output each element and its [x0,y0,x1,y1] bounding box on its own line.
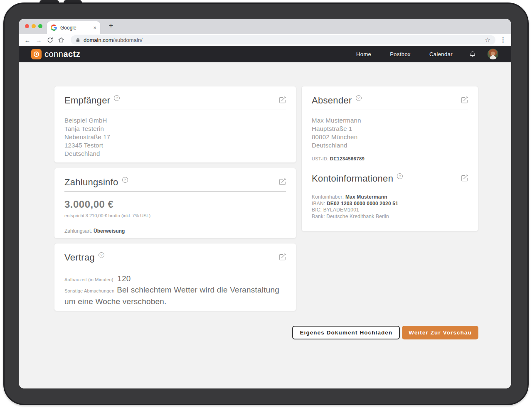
amount-value: 3.000,00 € [54,192,296,210]
close-window-button[interactable] [25,24,29,28]
google-favicon-icon [51,25,57,31]
help-icon[interactable]: ? [397,173,403,179]
bookmark-star-icon[interactable]: ☆ [485,36,490,44]
browser-menu-icon[interactable]: ⋮ [500,36,506,44]
address-line: Tanja Testerin [64,125,286,133]
next-preview-button[interactable]: Weiter Zur Vorschau [402,326,478,339]
payment-method-value: Überweisung [94,228,125,234]
connactz-logo-icon [31,49,42,59]
tab-close-icon[interactable]: × [93,25,96,30]
zahlungsinfo-card: Zahlungsinfo? 3.000,00 € entspricht 3.21… [54,168,296,238]
ust-id-label: UST-ID: [312,156,329,161]
kontoinformationen-title: Kontoinformationen [312,173,393,184]
tab-title: Google [60,25,76,31]
aufbauzeit-value: 120 [117,274,131,283]
edit-icon[interactable] [461,96,468,104]
help-icon[interactable]: ? [122,177,128,183]
nav-links: Home Postbox Calendar [356,51,453,57]
user-avatar[interactable] [488,49,498,59]
address-line: Deutschland [64,150,286,158]
page-content: Empfänger? Beispiel GmbH Tanja Teste [19,62,511,388]
brand-logo[interactable]: connactz [31,49,80,59]
address-line: 12345 Testort [64,141,286,150]
forward-button[interactable]: → [35,36,42,44]
notifications-bell-icon[interactable] [469,51,476,58]
payment-method: Zahlungsart: Überweisung [54,218,296,234]
nav-item-postbox[interactable]: Postbox [390,51,411,57]
new-tab-button[interactable]: + [106,21,116,31]
konto-row: IBAN: DE02 1203 0000 0000 2020 51 [312,201,468,207]
konto-row: Bank: Deutsche Kreditbank Berlin [312,214,468,220]
address-line: Nebenstraße 17 [64,133,286,141]
actions-row: Eigenes Dokument Hochladen Weiter Zur Vo… [54,326,478,339]
edit-icon[interactable] [278,178,286,186]
edit-icon[interactable] [461,174,468,182]
payment-method-label: Zahlungsart: [64,228,92,234]
vertrag-card: Vertrag? Aufbauzeit (in Minuten) [54,243,296,311]
home-button[interactable] [57,36,65,44]
help-icon[interactable]: ? [114,95,120,101]
browser-window: Google × + ← → domain.com/subdomain/ ☆ [19,19,511,388]
browser-tab[interactable]: Google × [47,21,100,34]
konto-row: BIC: BYLADEM1001 [312,207,468,214]
help-icon[interactable]: ? [356,95,362,101]
app-navbar: connactz Home Postbox Calendar [19,46,511,62]
lock-icon [76,37,80,42]
konto-details: Kontoinhaber: Max Mustermann IBAN: DE02 … [302,188,478,220]
url-text: domain.com/subdomain/ [84,37,143,43]
minimize-window-button[interactable] [32,24,36,28]
nav-item-calendar[interactable]: Calendar [429,51,453,57]
amount-note: entspricht 3.210,00 € brutto (inkl. 7% U… [54,210,296,218]
reload-button[interactable] [46,36,54,44]
ust-id-value: DE1234566789 [330,156,365,161]
nav-item-home[interactable]: Home [356,51,371,57]
absender-title: Absender [312,95,352,106]
address-line: 80802 München [312,133,468,141]
absender-konto-card: Absender? Max Mustermann Hauptstraße [301,86,478,231]
brand-name: connactz [44,49,80,59]
absender-address: Max Mustermann Hauptstraße 1 80802 Münch… [302,110,478,150]
upload-document-button[interactable]: Eigenes Dokument Hochladen [292,326,400,339]
address-line: Hauptstraße 1 [312,125,468,133]
address-bar[interactable]: domain.com/subdomain/ ☆ [71,35,495,44]
abmachungen-field: Sonstige AbmachungenBei schlechtem Wette… [64,285,286,307]
empfaenger-address: Beispiel GmbH Tanja Testerin Nebenstraße… [54,110,296,158]
aufbauzeit-label: Aufbauzeit (in Minuten) [64,277,113,282]
empfaenger-title: Empfänger [64,95,110,106]
help-icon[interactable]: ? [99,252,104,258]
vertrag-title: Vertrag [64,252,95,263]
window-controls [25,24,42,28]
edit-icon[interactable] [278,253,286,261]
maximize-window-button[interactable] [38,24,42,28]
browser-toolbar: ← → domain.com/subdomain/ ☆ ⋮ [19,34,511,46]
konto-row: Kontoinhaber: Max Mustermann [312,194,468,201]
empfaenger-card: Empfänger? Beispiel GmbH Tanja Teste [54,86,296,163]
zahlungsinfo-title: Zahlungsinfo [64,177,118,187]
aufbauzeit-field: Aufbauzeit (in Minuten) 120 [64,274,286,283]
address-line: Beispiel GmbH [64,116,286,125]
ust-id-row: UST-ID: DE1234566789 [302,150,478,161]
abmachungen-label: Sonstige Abmachungen [64,288,114,293]
back-button[interactable]: ← [24,36,31,44]
edit-icon[interactable] [278,96,286,104]
tab-strip: Google × + [19,19,511,34]
address-line: Deutschland [312,141,468,150]
address-line: Max Mustermann [312,116,468,125]
